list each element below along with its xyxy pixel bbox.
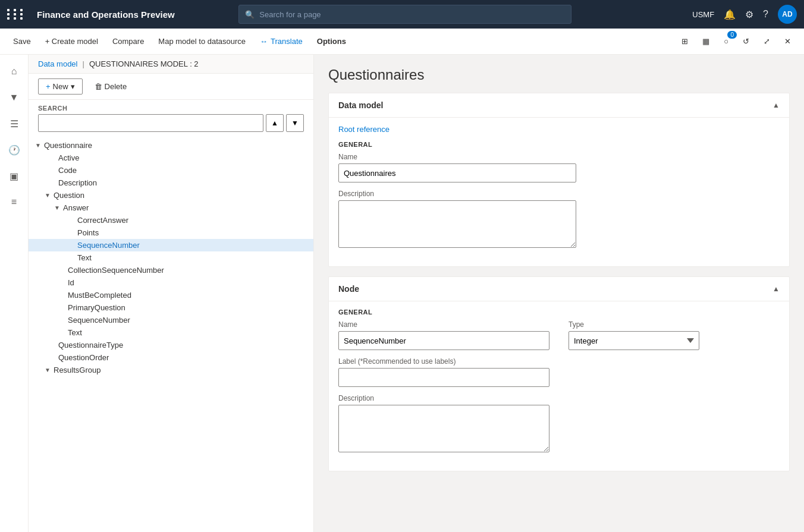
description-form-group-dm: Description [338, 190, 780, 250]
tree-item-sequence-number-q[interactable]: SequenceNumber [29, 314, 313, 326]
node-body: GENERAL Name Label (*Recommended to use … [329, 301, 789, 471]
tree-item-must-be-completed[interactable]: MustBeCompleted [29, 289, 313, 301]
tree-item-correct-answer[interactable]: CorrectAnswer [29, 214, 313, 226]
breadcrumb-current: QUESTIONNAIRES MODEL : 2 [89, 59, 199, 68]
sidebar-item-dashboard[interactable]: ▣ [2, 164, 26, 188]
options-button[interactable]: Options [311, 33, 352, 49]
search-down-button[interactable]: ▼ [286, 114, 304, 132]
grid-view-button[interactable]: ⊞ [676, 33, 694, 49]
settings-icon[interactable]: ⚙ [745, 9, 753, 20]
expand-icon-code [48, 167, 57, 174]
expand-icon-id [57, 279, 67, 286]
description-textarea-dm[interactable] [338, 200, 576, 248]
sidebar-icons: ⌂ ▼ ☰ 🕐 ▣ ≡ [0, 55, 29, 532]
sidebar-item-list[interactable]: ≡ [2, 190, 26, 214]
home-icon: ⌂ [11, 66, 17, 77]
new-button[interactable]: + New ▾ [38, 78, 83, 95]
search-label: SEARCH [38, 105, 304, 112]
name-input-dm[interactable] [338, 163, 576, 182]
map-model-button[interactable]: Map model to datasource [152, 33, 252, 49]
tree-item-sequence-number-answer[interactable]: SequenceNumber [29, 239, 313, 251]
breadcrumb-data-model-link[interactable]: Data model [38, 59, 77, 68]
grid-icon: ⊞ [681, 37, 688, 46]
tree-item-questionnaire[interactable]: ▼ Questionnaire [29, 139, 313, 152]
data-model-title: Data model [338, 100, 383, 110]
notification-icon[interactable]: 🔔 [724, 9, 736, 20]
description-label-dm: Description [338, 190, 780, 198]
node-title: Node [338, 284, 359, 294]
column-button[interactable]: ▦ [696, 33, 715, 49]
data-model-collapse-icon: ▲ [772, 101, 780, 109]
description-label-node: Description [338, 394, 549, 402]
node-col-right: Type Integer String Boolean Real Date Da… [569, 309, 780, 461]
compare-button[interactable]: Compare [106, 33, 150, 49]
sidebar-item-menu[interactable]: ☰ [2, 112, 26, 136]
badge-icon: ○ [724, 37, 728, 46]
tree-item-code[interactable]: Code [29, 164, 313, 177]
save-button[interactable]: Save [7, 33, 37, 49]
root-reference-link[interactable]: Root reference [338, 122, 390, 136]
tree-search-input[interactable] [38, 114, 263, 132]
search-input[interactable] [259, 10, 565, 19]
node-section-header[interactable]: Node ▲ [329, 277, 789, 301]
name-form-group-node: Name [338, 320, 549, 350]
name-label-dm: Name [338, 153, 780, 161]
tree-item-text-answer[interactable]: Text [29, 251, 313, 264]
notification-badge: 0 [727, 31, 737, 39]
tree-item-points[interactable]: Points [29, 226, 313, 239]
translate-icon: ↔ [260, 37, 268, 46]
expand-icon-primary-q [57, 304, 67, 311]
type-select-node[interactable]: Integer String Boolean Real Date DateTim… [569, 331, 699, 350]
tree-item-id[interactable]: Id [29, 276, 313, 289]
translate-button[interactable]: ↔ Translate [254, 33, 309, 49]
label-input-node[interactable] [338, 368, 549, 387]
sidebar-item-home[interactable]: ⌂ [2, 59, 26, 83]
name-label-node: Name [338, 320, 549, 329]
expand-icon-active [48, 155, 57, 161]
tree-item-questionnaire-type[interactable]: QuestionnaireType [29, 339, 313, 351]
tree-item-collection-seq-num[interactable]: CollectionSequenceNumber [29, 264, 313, 276]
sidebar-item-filter[interactable]: ▼ [2, 86, 26, 109]
expand-icon-description [48, 180, 57, 186]
expand-icon-text-q [57, 329, 67, 336]
data-model-body: Root reference GENERAL Name Description [329, 118, 789, 266]
node-collapse-icon: ▲ [772, 285, 780, 293]
command-bar: Save + Create model Compare Map model to… [0, 29, 804, 55]
name-form-group-dm: Name [338, 153, 780, 182]
tree-item-results-group[interactable]: ▼ ResultsGroup [29, 364, 313, 376]
recent-icon: 🕐 [8, 144, 20, 156]
node-section: Node ▲ GENERAL Name Label (*Recommended … [328, 276, 790, 471]
app-title: Finance and Operations Preview [37, 10, 175, 20]
popout-button[interactable]: ⤢ [758, 33, 776, 49]
global-search[interactable]: 🔍 [238, 5, 571, 24]
data-model-section-header[interactable]: Data model ▲ [329, 93, 789, 118]
user-label: USMF [692, 10, 714, 19]
expand-icon-must-completed [57, 292, 67, 298]
general-label-dm: GENERAL [338, 141, 780, 148]
description-textarea-node[interactable] [338, 405, 549, 452]
delete-button[interactable]: 🗑 Delete [87, 79, 134, 94]
create-model-button[interactable]: + Create model [39, 33, 104, 49]
tree-item-answer[interactable]: ▼ Answer [29, 202, 313, 214]
search-up-button[interactable]: ▲ [266, 114, 284, 132]
help-icon[interactable]: ? [763, 9, 768, 20]
general-label-node: GENERAL [338, 309, 549, 316]
expand-icon-seq-q [57, 317, 67, 323]
close-button[interactable]: ✕ [778, 33, 797, 49]
tree-item-description[interactable]: Description [29, 177, 313, 189]
sidebar-item-recent[interactable]: 🕐 [2, 138, 26, 162]
name-input-node[interactable] [338, 331, 549, 350]
avatar[interactable]: AD [778, 5, 797, 24]
app-grid-icon[interactable] [7, 9, 25, 20]
popout-icon: ⤢ [764, 37, 770, 46]
label-label-node: Label (*Recommended to use labels) [338, 357, 549, 366]
refresh-button[interactable]: ↺ [737, 33, 755, 49]
top-nav: Finance and Operations Preview 🔍 USMF 🔔 … [0, 0, 804, 29]
tree-item-primary-question[interactable]: PrimaryQuestion [29, 301, 313, 314]
tree-item-text-q[interactable]: Text [29, 326, 313, 339]
tree-item-question[interactable]: ▼ Question [29, 189, 313, 202]
tree-item-question-order[interactable]: QuestionOrder [29, 351, 313, 364]
tree-search-section: SEARCH ▲ ▼ [29, 100, 313, 134]
dashboard-icon: ▣ [10, 171, 18, 182]
tree-item-active[interactable]: Active [29, 152, 313, 164]
